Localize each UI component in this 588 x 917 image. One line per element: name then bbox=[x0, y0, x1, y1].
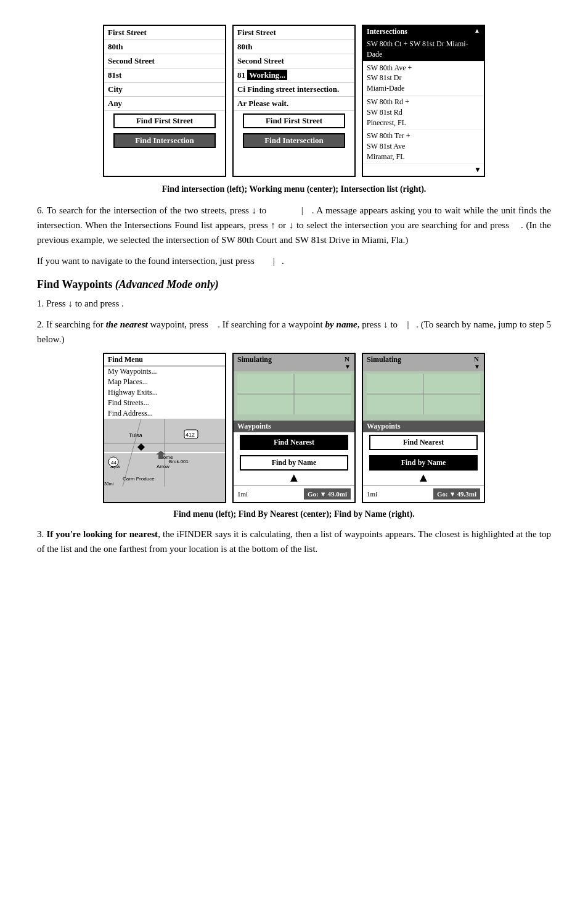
intersection-row-1[interactable]: SW 80th Ave +SW 81st DrMiami-Dade bbox=[363, 62, 484, 96]
find-waypoints-heading: Find Waypoints (Advanced Mode only) bbox=[37, 278, 551, 291]
sim-right-arrow-area: ▲ bbox=[363, 473, 484, 485]
find-menu-header: Find Menu bbox=[104, 354, 225, 366]
center-row-81: 81 Working... bbox=[234, 68, 354, 83]
sim-center-find-by-name-btn[interactable]: Find by Name bbox=[240, 455, 348, 471]
left-row-second-street: Second Street bbox=[104, 54, 225, 68]
left-find-first-street-btn[interactable]: Find First Street bbox=[113, 113, 216, 128]
by-name-bold: by name bbox=[325, 319, 357, 329]
intersection-row-3[interactable]: SW 80th Ter +SW 81st AveMiramar, FL bbox=[363, 130, 484, 163]
sim-right-go-btn[interactable]: Go: ▼ 49.3mi bbox=[433, 488, 480, 500]
left-btn1-row: Find First Street bbox=[104, 111, 225, 131]
right-panel: Intersections ▲ SW 80th Ct + SW 81st Dr … bbox=[362, 25, 485, 177]
para-2: If you want to navigate to the found int… bbox=[37, 253, 551, 268]
sim-center-panel: Simulating N▼ Waypoints Find Nearest Fin… bbox=[232, 353, 356, 503]
sim-center-map bbox=[234, 371, 354, 421]
left-btn2-row: Find Intersection bbox=[104, 131, 225, 150]
center-finding-text: Finding street intersection. bbox=[247, 84, 339, 94]
step-2-text: 2. If searching for the nearest waypoint… bbox=[37, 317, 551, 347]
intersection-text-2: SW 80th Rd +SW 81st RdPinecrest, FL bbox=[367, 97, 480, 128]
top-panels: First Street 80th Second Street 81st Cit… bbox=[37, 25, 551, 177]
sim-center-header: Simulating N▼ bbox=[234, 354, 354, 371]
nearest-bold: the nearest bbox=[106, 319, 148, 329]
intersection-text-1: SW 80th Ave +SW 81st DrMiami-Dade bbox=[367, 63, 480, 94]
find-menu-item-1[interactable]: Map Places... bbox=[104, 377, 225, 387]
sim-center-arrow-icon: ▲ bbox=[288, 471, 300, 485]
center-find-first-street-btn[interactable]: Find First Street bbox=[243, 113, 345, 128]
svg-text:Arrow: Arrow bbox=[157, 464, 169, 469]
step-1-text: 1. Press ↓ to and press . bbox=[37, 296, 551, 311]
center-row-ar: Ar Please wait. bbox=[234, 97, 354, 111]
center-ci-label: Ci bbox=[237, 84, 245, 94]
left-row-city: City bbox=[104, 83, 225, 97]
sim-center-map-svg bbox=[237, 372, 351, 416]
sim-right-arrow-icon: ▲ bbox=[417, 471, 430, 485]
sim-right-header: Simulating N▼ bbox=[363, 354, 484, 371]
intersection-row-0[interactable]: SW 80th Ct + SW 81st Dr Miami-Dade bbox=[363, 38, 484, 62]
scroll-up-icon[interactable]: ▲ bbox=[474, 27, 480, 34]
sim-right-map-svg bbox=[367, 372, 480, 416]
sim-right-panel: Simulating N▼ Waypoints Find Nearest Fin… bbox=[362, 353, 485, 503]
center-panel: First Street 80th Second Street 81 Worki… bbox=[232, 25, 356, 177]
sim-right-go-label: Go: bbox=[437, 490, 448, 498]
heading-text: Find Waypoints bbox=[37, 278, 112, 290]
center-row-80th: 80th bbox=[234, 40, 354, 54]
center-81-text: 81 bbox=[237, 70, 245, 80]
center-btn2-row: Find Intersection bbox=[234, 131, 354, 150]
para-3: 3. If you're looking for nearest, the iF… bbox=[37, 527, 551, 556]
center-please-wait-text: Please wait. bbox=[248, 99, 288, 108]
center-find-intersection-btn[interactable]: Find Intersection bbox=[243, 133, 345, 148]
go-down-icon: ▼ bbox=[320, 490, 327, 498]
sim-right-find-nearest-btn[interactable]: Find Nearest bbox=[369, 435, 478, 450]
find-menu-item-3[interactable]: Find Streets... bbox=[104, 398, 225, 408]
center-row-first-street: First Street bbox=[234, 26, 354, 40]
svg-text:412: 412 bbox=[186, 432, 195, 438]
svg-text:Brok.001: Brok.001 bbox=[169, 459, 189, 464]
sim-right-map bbox=[363, 371, 484, 421]
sim-center-distance: 1mi bbox=[237, 490, 248, 498]
sim-center-arrow-area: ▲ bbox=[234, 473, 354, 485]
para3-bold-text: If you're looking for nearest bbox=[46, 529, 158, 539]
map-svg: Tulsa Home Brok.001 Arrow alpa Carm Prod… bbox=[104, 419, 225, 487]
center-row-second-street: Second Street bbox=[234, 54, 354, 68]
left-row-81st: 81st bbox=[104, 68, 225, 83]
sim-center-go-btn[interactable]: Go: ▼ 49.0mi bbox=[304, 488, 351, 500]
sim-right-north-label: N▼ bbox=[474, 355, 480, 370]
left-row-first-street: First Street bbox=[104, 26, 225, 40]
find-menu-item-0[interactable]: My Waypoints... bbox=[104, 366, 225, 377]
sim-right-waypoints-label: Waypoints bbox=[363, 421, 484, 432]
scroll-down-row: ▼ bbox=[363, 164, 484, 176]
svg-marker-15 bbox=[137, 443, 145, 451]
bottom-panels: Find Menu My Waypoints... Map Places... … bbox=[37, 353, 551, 503]
sim-center-find-nearest-btn[interactable]: Find Nearest bbox=[240, 435, 348, 450]
center-ar-label: Ar bbox=[237, 99, 247, 108]
left-panel: First Street 80th Second Street 81st Cit… bbox=[103, 25, 226, 177]
go-right-down-icon: ▼ bbox=[449, 490, 456, 498]
center-working-text: Working... bbox=[247, 70, 287, 80]
sim-right-find-by-name-btn[interactable]: Find by Name bbox=[369, 455, 478, 471]
caption-1: Find intersection (left); Working menu (… bbox=[37, 184, 551, 194]
sim-right-header-text: Simulating bbox=[367, 355, 401, 370]
scroll-down-icon[interactable]: ▼ bbox=[474, 165, 481, 174]
sim-right-footer: 1mi Go: ▼ 49.3mi bbox=[363, 485, 484, 502]
find-menu-container: Find Menu My Waypoints... Map Places... … bbox=[103, 353, 226, 503]
sim-center-footer: 1mi Go: ▼ 49.0mi bbox=[234, 485, 354, 502]
sim-center-go-label: Go: bbox=[308, 490, 319, 498]
left-row-any: Any bbox=[104, 97, 225, 111]
svg-text:Tulsa: Tulsa bbox=[129, 432, 142, 438]
caption-2: Find menu (left); Find By Nearest (cente… bbox=[37, 509, 551, 519]
intersection-text-3: SW 80th Ter +SW 81st AveMiramar, FL bbox=[367, 131, 480, 162]
svg-text:44: 44 bbox=[111, 460, 116, 466]
intersection-row-2[interactable]: SW 80th Rd +SW 81st RdPinecrest, FL bbox=[363, 96, 484, 130]
sim-center-north-label: N▼ bbox=[345, 355, 351, 370]
svg-rect-16 bbox=[158, 454, 163, 459]
para-1: 6. To search for the intersection of the… bbox=[37, 203, 551, 247]
center-btn1-row: Find First Street bbox=[234, 111, 354, 131]
svg-text:Carm Produce: Carm Produce bbox=[123, 476, 155, 482]
find-menu-item-2[interactable]: Highway Exits... bbox=[104, 387, 225, 398]
sim-center-go-value: 49.0mi bbox=[328, 490, 347, 498]
left-find-intersection-btn[interactable]: Find Intersection bbox=[113, 133, 216, 148]
find-menu-item-4[interactable]: Find Address... bbox=[104, 408, 225, 419]
heading-sub-text: (Advanced Mode only) bbox=[115, 278, 219, 290]
sim-right-go-value: 49.3mi bbox=[457, 490, 476, 498]
find-menu-map: Tulsa Home Brok.001 Arrow alpa Carm Prod… bbox=[104, 419, 225, 502]
